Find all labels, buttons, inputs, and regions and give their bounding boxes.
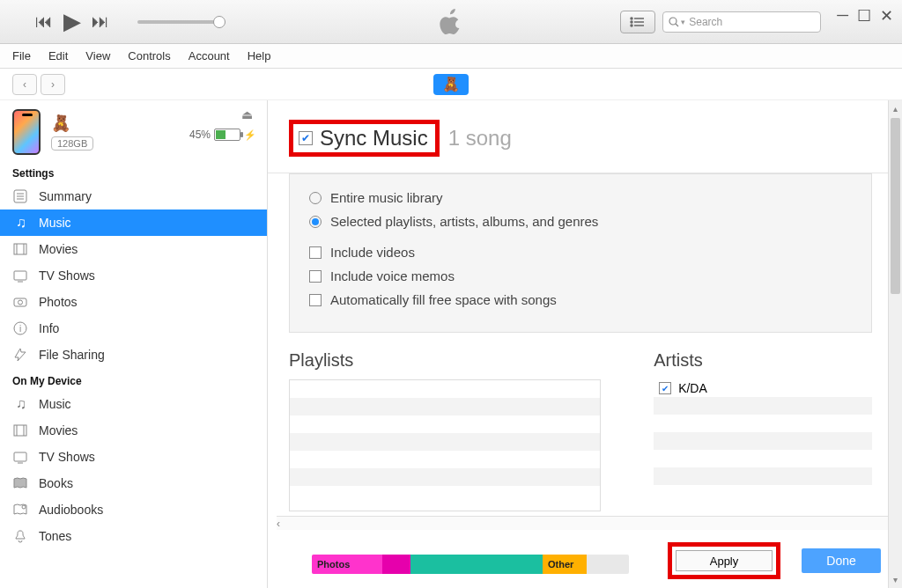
sidebar-item-label: Music [39, 397, 71, 411]
storage-seg-photos: Photos [312, 555, 382, 574]
sync-music-checkbox[interactable]: ✔ [299, 131, 313, 145]
volume-slider[interactable] [137, 20, 226, 24]
capacity-badge: 128GB [51, 136, 93, 151]
svg-point-3 [631, 18, 632, 19]
svg-text:i: i [19, 324, 21, 334]
sidebar-item-tvshows[interactable]: TV Shows [0, 262, 267, 289]
filesharing-icon [12, 347, 30, 363]
menu-help[interactable]: Help [248, 49, 271, 62]
check-label: Automatically fill free space with songs [330, 292, 557, 307]
search-placeholder: Search [689, 16, 722, 28]
radio-selected-items[interactable]: Selected playlists, artists, albums, and… [309, 214, 852, 229]
check-include-voice[interactable]: Include voice memos [309, 268, 852, 283]
play-icon[interactable]: ▶ [63, 8, 81, 35]
sidebar-item-label: Summary [39, 189, 92, 203]
menu-controls[interactable]: Controls [128, 49, 170, 62]
nav-back-button[interactable]: ‹ [12, 74, 37, 95]
horizontal-scrollbar[interactable]: ‹ › [277, 516, 891, 530]
artist-row[interactable]: ✔ K/DA [654, 379, 872, 397]
sidebar-item-label: Movies [39, 242, 78, 256]
radio-entire-library[interactable]: Entire music library [309, 190, 852, 205]
sidebar-item-label: Movies [39, 423, 78, 437]
search-input[interactable]: ▾ Search [662, 11, 821, 33]
sidebar-item-label: Tones [39, 529, 71, 543]
menu-file[interactable]: File [12, 49, 31, 62]
menu-account[interactable]: Account [189, 49, 230, 62]
check-autofill[interactable]: Automatically fill free space with songs [309, 292, 852, 307]
menu-edit[interactable]: Edit [48, 49, 68, 62]
scroll-thumb[interactable] [891, 118, 900, 294]
sidebar-item-device-tvshows[interactable]: TV Shows [0, 444, 267, 470]
radio-icon [309, 216, 322, 228]
volume-thumb-icon[interactable] [213, 16, 226, 28]
books-icon [12, 475, 30, 491]
sidebar-item-movies[interactable]: Movies [0, 236, 267, 262]
svg-rect-21 [14, 425, 26, 436]
checkbox-icon [309, 270, 322, 283]
done-button[interactable]: Done [802, 548, 881, 573]
battery-percent: 45% [189, 129, 211, 141]
battery-status: 45% ⚡ [189, 129, 256, 141]
menu-view[interactable]: View [85, 49, 110, 62]
apply-button[interactable]: Apply [676, 550, 773, 571]
sync-header-row: ✔ Sync Music 1 song [268, 100, 893, 173]
window-controls: ─ ☐ ✕ [837, 6, 893, 38]
nav-forward-button[interactable]: › [41, 74, 65, 95]
sidebar-item-device-books[interactable]: Books [0, 470, 267, 496]
next-track-icon[interactable]: ⏭ [92, 11, 109, 32]
tones-icon [12, 528, 30, 544]
scroll-up-icon[interactable]: ▴ [889, 104, 902, 114]
photos-icon [12, 294, 30, 310]
svg-point-26 [22, 505, 26, 509]
scroll-left-icon[interactable]: ‹ [277, 518, 280, 530]
svg-rect-17 [14, 298, 26, 306]
minimize-icon[interactable]: ─ [837, 6, 848, 26]
tv-icon [12, 268, 30, 283]
device-chip-button[interactable]: 🧸 [433, 74, 469, 95]
device-header: 🧸 128GB ⏏ 45% ⚡ [0, 100, 267, 160]
columns-row: Playlists Artists ✔ K/DA [268, 345, 893, 511]
svg-point-6 [669, 18, 676, 25]
sidebar-item-summary[interactable]: Summary [0, 183, 267, 209]
eject-icon[interactable]: ⏏ [241, 107, 253, 121]
scroll-down-icon[interactable]: ▾ [889, 575, 902, 584]
artists-list[interactable]: ✔ K/DA [654, 379, 872, 511]
check-label: Include videos [330, 245, 415, 260]
vertical-scrollbar[interactable]: ▴ ▾ [888, 100, 902, 588]
charging-icon: ⚡ [244, 129, 256, 141]
device-thumbnail-icon[interactable] [12, 109, 41, 155]
sidebar-item-device-tones[interactable]: Tones [0, 523, 267, 549]
info-icon: i [12, 320, 30, 336]
playlists-list[interactable] [289, 379, 601, 511]
sidebar-item-filesharing[interactable]: File Sharing [0, 342, 267, 368]
maximize-icon[interactable]: ☐ [857, 6, 871, 26]
audiobooks-icon [12, 502, 30, 518]
menu-bar: File Edit View Controls Account Help [0, 44, 902, 69]
sidebar-item-device-music[interactable]: ♫Music [0, 391, 267, 417]
storage-label-photos: Photos [317, 559, 350, 570]
check-include-videos[interactable]: Include videos [309, 245, 852, 260]
music-icon: ♫ [12, 215, 30, 231]
sidebar-item-photos[interactable]: Photos [0, 289, 267, 315]
sidebar-item-device-movies[interactable]: Movies [0, 417, 267, 444]
prev-track-icon[interactable]: ⏮ [35, 11, 53, 32]
sidebar-item-label: TV Shows [39, 268, 95, 283]
svg-rect-24 [14, 452, 26, 461]
sidebar-item-device-audiobooks[interactable]: Audiobooks [0, 496, 267, 523]
main-area: 🧸 128GB ⏏ 45% ⚡ Settings Summary ♫Music … [0, 100, 902, 588]
list-view-button[interactable] [620, 11, 655, 33]
sync-music-title: Sync Music [320, 126, 428, 151]
sidebar-item-label: Audiobooks [39, 503, 103, 517]
highlight-apply: Apply [668, 542, 780, 579]
sidebar-item-label: TV Shows [39, 450, 95, 464]
search-dropdown-icon[interactable]: ▾ [681, 18, 685, 26]
sidebar-item-music[interactable]: ♫Music [0, 209, 267, 236]
apple-logo-icon [440, 9, 462, 35]
artists-title: Artists [654, 350, 872, 371]
sidebar-item-label: Books [39, 476, 73, 490]
sidebar-section-settings: Settings [0, 160, 267, 183]
tv-icon [12, 449, 30, 465]
sidebar-item-info[interactable]: iInfo [0, 315, 267, 342]
sidebar-item-label: Photos [39, 295, 78, 309]
close-icon[interactable]: ✕ [880, 6, 893, 26]
